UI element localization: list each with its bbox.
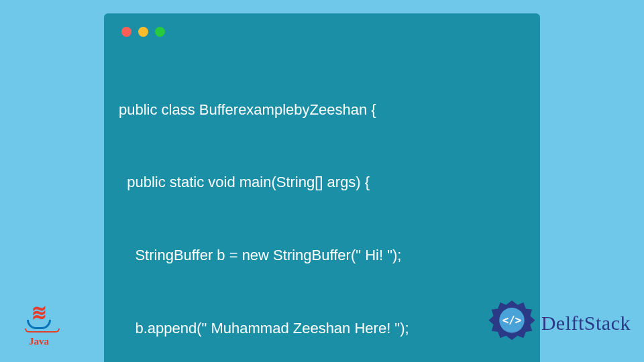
delftstack-logo: </> DelftStack: [488, 299, 631, 347]
window-dot-green: [155, 27, 165, 37]
code-line: public class BufferexamplebyZeeshan {: [119, 98, 525, 122]
code-line: public static void main(String[] args) {: [119, 170, 525, 194]
code-window: public class BufferexamplebyZeeshan { pu…: [104, 13, 540, 362]
java-cup-icon: [27, 320, 51, 329]
window-dot-red: [121, 27, 131, 37]
delftstack-badge-icon: </>: [488, 299, 536, 347]
code-line: b.append(" Muhammad Zeeshan Here! ");: [119, 316, 525, 341]
window-dot-yellow: [138, 27, 148, 37]
delftstack-label: DelftStack: [541, 312, 631, 335]
code-block: public class BufferexamplebyZeeshan { pu…: [119, 49, 525, 362]
java-logo-label: Java: [29, 336, 49, 347]
traffic-lights: [121, 27, 525, 37]
delft-badge-text: </>: [502, 314, 521, 326]
code-line: StringBuffer b = new StringBuffer(" Hi! …: [119, 243, 525, 267]
java-logo: ≋ Java: [19, 294, 59, 347]
